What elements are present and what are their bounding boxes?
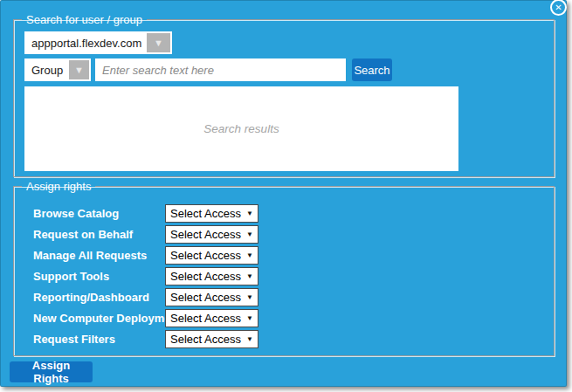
search-results-placeholder: Search results [203,122,279,135]
rights-row-label: Request Filters [33,333,165,346]
domain-dropdown-button[interactable]: ▼ [147,33,170,52]
rights-access-select[interactable]: Select Access ▼ [165,267,258,285]
search-button[interactable]: Search [352,58,392,81]
search-type-dropdown[interactable]: Group ▼ [24,58,91,81]
search-group-legend: Search for user / group [22,13,147,26]
rights-access-select-value: Select Access [166,270,245,283]
rights-row-label: Manage All Requests [33,249,165,262]
rights-row-label: Request on Behalf [33,228,165,241]
chevron-down-icon: ▼ [245,230,258,238]
rights-access-select-value: Select Access [166,312,245,325]
search-type-dropdown-button[interactable]: ▼ [69,60,89,79]
chevron-down-icon: ▼ [245,272,258,280]
rights-access-select-value: Select Access [166,207,245,220]
rights-access-select[interactable]: Select Access ▼ [165,246,258,265]
chevron-down-icon: ▼ [74,65,84,75]
rights-row: Reporting/Dashboard Select Access ▼ [33,288,522,306]
rights-row: Request on Behalf Select Access ▼ [33,225,522,244]
rights-access-select-value: Select Access [166,333,245,346]
search-input[interactable] [95,58,346,81]
chevron-down-icon: ▼ [245,251,258,259]
rights-access-select[interactable]: Select Access ▼ [165,330,258,348]
rights-row-label: Support Tools [33,270,165,283]
rights-access-select-value: Select Access [166,291,245,304]
rights-row: Request Filters Select Access ▼ [33,330,522,348]
rights-row: Manage All Requests Select Access ▼ [33,246,522,265]
rights-access-select[interactable]: Select Access ▼ [165,309,258,327]
chevron-down-icon: ▼ [245,210,258,217]
rights-access-select[interactable]: Select Access ▼ [165,288,258,306]
rights-row: Browse Catalog Select Access ▼ [33,204,522,223]
chevron-down-icon: ▼ [154,38,163,48]
assign-rights-dialog: ✕ Search for user / group appportal.flex… [0,0,567,387]
rights-access-select-value: Select Access [166,228,245,241]
rights-row-label: Reporting/Dashboard [33,291,165,304]
rights-row: New Computer Deployment Select Access ▼ [33,309,522,327]
rights-access-select[interactable]: Select Access ▼ [165,225,258,244]
chevron-down-icon: ▼ [245,335,258,343]
chevron-down-icon: ▼ [245,293,258,301]
chevron-down-icon: ▼ [245,314,258,322]
rights-row: Support Tools Select Access ▼ [33,267,522,285]
rights-rows: Browse Catalog Select Access ▼ Request o… [33,204,522,351]
search-results-box[interactable]: Search results [24,86,458,171]
domain-dropdown[interactable]: appportal.flexdev.com ▼ [24,31,172,54]
rights-row-label: New Computer Deployment [33,312,165,325]
assign-rights-legend: Assign rights [22,180,95,193]
rights-access-select[interactable]: Select Access ▼ [165,204,258,223]
rights-access-select-value: Select Access [166,249,245,262]
rights-row-label: Browse Catalog [33,207,165,220]
assign-rights-button[interactable]: Assign Rights [10,361,93,382]
